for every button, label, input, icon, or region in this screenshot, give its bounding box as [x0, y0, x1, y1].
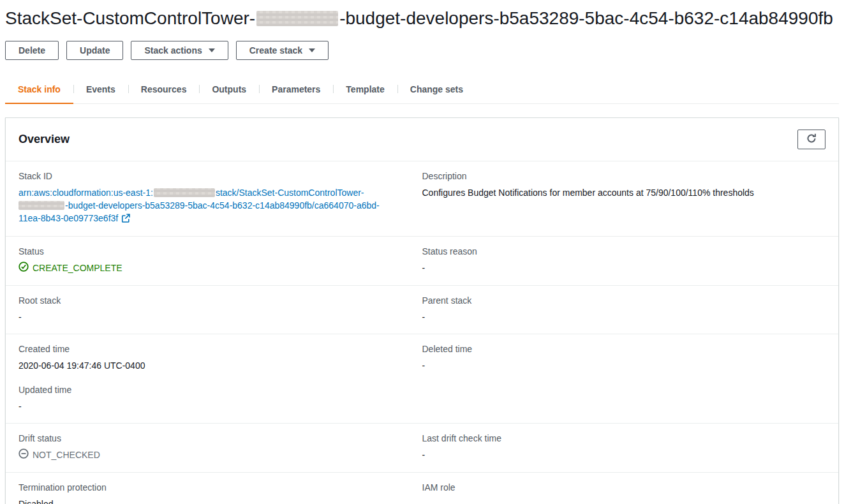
last-drift-check-field: Last drift check time -	[422, 432, 826, 462]
overview-card-header: Overview	[6, 118, 838, 161]
iam-role-field: IAM role -	[422, 481, 826, 504]
last-drift-check-value: -	[422, 448, 807, 461]
drift-status-value-text: NOT_CHECKED	[33, 448, 100, 461]
overview-card: Overview Stack ID arn:aws:cloudformation…	[5, 117, 839, 504]
parent-stack-label: Parent stack	[422, 294, 807, 307]
root-stack-value: -	[19, 311, 403, 323]
tab-template[interactable]: Template	[333, 75, 397, 104]
drift-status-badge: NOT_CHECKED	[19, 448, 100, 462]
stack-actions-dropdown-button[interactable]: Stack actions	[131, 41, 228, 60]
parent-stack-field: Parent stack -	[422, 294, 826, 323]
status-reason-label: Status reason	[422, 245, 807, 258]
drift-status-label: Drift status	[19, 432, 403, 445]
create-stack-dropdown-button[interactable]: Create stack	[236, 41, 329, 60]
overview-row-termination: Termination protection Disabled IAM role…	[6, 473, 838, 504]
cloudformation-stack-detail-page: StackSet-CustomControlTower--budget-deve…	[0, 0, 844, 504]
update-button[interactable]: Update	[66, 41, 123, 60]
page-title-text-2: -budget-developers-b5a53289-5bac-4c54-b6…	[339, 8, 833, 28]
arn-text: stack/StackSet-CustomControlTower-	[216, 188, 364, 198]
times-left-cell: Created time 2020-06-04 19:47:46 UTC-040…	[19, 343, 422, 413]
updated-time-field: Updated time -	[19, 383, 403, 413]
chevron-down-icon	[209, 48, 215, 52]
description-label: Description	[422, 170, 807, 182]
refresh-icon	[806, 133, 817, 145]
overview-row-times: Created time 2020-06-04 19:47:46 UTC-040…	[6, 334, 838, 424]
status-badge: CREATE_COMPLETE	[19, 262, 122, 275]
tab-resources[interactable]: Resources	[128, 75, 200, 104]
page-title-text-1: StackSet-CustomControlTower-	[5, 8, 255, 28]
tab-change-sets[interactable]: Change sets	[397, 75, 476, 104]
status-field: Status CREATE_COMPLETE	[19, 245, 422, 275]
updated-time-value: -	[19, 400, 403, 413]
overview-row-drift: Drift status NOT_CHECKED Last drift chec…	[6, 424, 838, 473]
last-drift-check-label: Last drift check time	[422, 432, 807, 445]
description-field: Description Configures Budget Notificati…	[422, 170, 826, 226]
chevron-down-icon	[309, 48, 315, 52]
minus-circle-icon	[19, 448, 29, 462]
deleted-time-value: -	[422, 359, 807, 372]
termination-protection-value: Disabled	[19, 498, 403, 504]
arn-text: -budget-developers-b5a53289-5bac-4c54-b6…	[65, 200, 380, 211]
stack-id-arn-line-3: 11ea-8b43-0e09773e6f3f	[19, 212, 403, 226]
page-title: StackSet-CustomControlTower--budget-deve…	[5, 6, 839, 31]
iam-role-value: -	[422, 498, 807, 504]
termination-protection-field: Termination protection Disabled	[19, 481, 422, 504]
status-label: Status	[19, 245, 403, 258]
created-time-label: Created time	[19, 343, 403, 355]
create-stack-dropdown-label: Create stack	[249, 45, 302, 56]
updated-time-label: Updated time	[19, 383, 403, 396]
deleted-time-label: Deleted time	[422, 343, 807, 355]
stack-actions-toolbar: Delete Update Stack actions Create stack	[5, 41, 839, 60]
tab-events[interactable]: Events	[73, 75, 128, 104]
tab-outputs[interactable]: Outputs	[199, 75, 259, 104]
overview-row-stack-id: Stack ID arn:aws:cloudformation:us-east-…	[6, 161, 838, 237]
stack-id-arn-line-1: arn:aws:cloudformation:us-east-1:stack/S…	[19, 186, 403, 199]
delete-button[interactable]: Delete	[5, 41, 59, 60]
overview-row-root-stack: Root stack - Parent stack -	[6, 286, 838, 334]
stack-tabs: Stack info Events Resources Outputs Para…	[5, 75, 839, 104]
root-stack-label: Root stack	[19, 294, 403, 307]
created-time-field: Created time 2020-06-04 19:47:46 UTC-040…	[19, 343, 403, 372]
external-link-icon	[121, 213, 130, 226]
stack-actions-dropdown-label: Stack actions	[144, 45, 202, 56]
status-reason-field: Status reason -	[422, 245, 826, 275]
redacted-text	[256, 11, 338, 26]
arn-text: 11ea-8b43-0e09773e6f3f	[19, 213, 118, 223]
tab-stack-info[interactable]: Stack info	[5, 75, 73, 104]
parent-stack-value: -	[422, 311, 807, 323]
stack-id-field: Stack ID arn:aws:cloudformation:us-east-…	[19, 170, 422, 226]
stack-id-label: Stack ID	[19, 170, 403, 182]
iam-role-label: IAM role	[422, 481, 807, 494]
arn-text: arn:aws:cloudformation:us-east-1:	[19, 188, 153, 198]
created-time-value: 2020-06-04 19:47:46 UTC-0400	[19, 359, 403, 372]
tab-parameters[interactable]: Parameters	[259, 75, 333, 104]
redacted-text	[19, 201, 64, 210]
root-stack-field: Root stack -	[19, 294, 422, 323]
status-value-text: CREATE_COMPLETE	[33, 262, 122, 274]
check-circle-icon	[19, 262, 29, 275]
drift-status-field: Drift status NOT_CHECKED	[19, 432, 422, 462]
stack-id-arn-line-2: -budget-developers-b5a53289-5bac-4c54-b6…	[19, 199, 403, 212]
overview-row-status: Status CREATE_COMPLETE Status reason -	[6, 237, 838, 286]
description-value: Configures Budget Notifications for memb…	[422, 186, 807, 199]
status-reason-value: -	[422, 262, 807, 274]
refresh-button[interactable]	[797, 130, 825, 149]
deleted-time-field: Deleted time -	[422, 343, 826, 413]
termination-protection-label: Termination protection	[19, 481, 403, 494]
stack-id-link[interactable]: arn:aws:cloudformation:us-east-1:stack/S…	[19, 186, 403, 226]
overview-title: Overview	[19, 133, 70, 146]
redacted-text	[154, 188, 215, 197]
